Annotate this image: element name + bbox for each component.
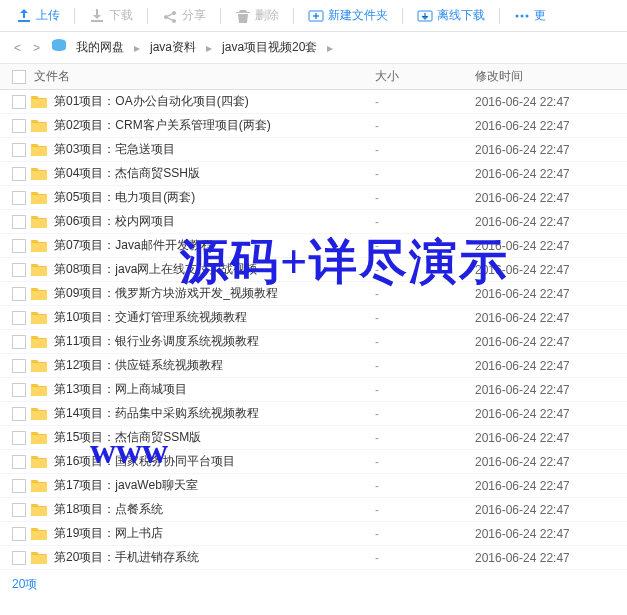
back-button[interactable]: <: [12, 41, 23, 55]
row-checkbox[interactable]: [12, 383, 26, 397]
offline-download-label: 离线下载: [437, 7, 485, 24]
row-checkbox[interactable]: [12, 407, 26, 421]
breadcrumb-root[interactable]: 我的网盘: [76, 39, 124, 56]
file-name[interactable]: 第14项目：药品集中采购系统视频教程: [54, 405, 375, 422]
row-checkbox[interactable]: [12, 119, 26, 133]
status-bar: 20项: [0, 570, 627, 599]
share-button[interactable]: 分享: [154, 5, 214, 26]
delete-button[interactable]: 删除: [227, 5, 287, 26]
file-name[interactable]: 第17项目：javaWeb聊天室: [54, 477, 375, 494]
table-row[interactable]: 第02项目：CRM客户关系管理项目(两套)-2016-06-24 22:47: [0, 114, 627, 138]
table-row[interactable]: 第12项目：供应链系统视频教程-2016-06-24 22:47: [0, 354, 627, 378]
row-checkbox[interactable]: [12, 479, 26, 493]
file-mtime: 2016-06-24 22:47: [475, 431, 615, 445]
breadcrumb-item[interactable]: java项目视频20套: [222, 39, 317, 56]
file-name[interactable]: 第08项目：java网上在线支付实战视频: [54, 261, 375, 278]
row-checkbox[interactable]: [12, 455, 26, 469]
table-row[interactable]: 第05项目：电力项目(两套)-2016-06-24 22:47: [0, 186, 627, 210]
file-name[interactable]: 第15项目：杰信商贸SSM版: [54, 429, 375, 446]
folder-icon: [30, 190, 48, 206]
table-row[interactable]: 第04项目：杰信商贸SSH版-2016-06-24 22:47: [0, 162, 627, 186]
download-button[interactable]: 下载: [81, 5, 141, 26]
offline-download-button[interactable]: 离线下载: [409, 5, 493, 26]
file-name[interactable]: 第18项目：点餐系统: [54, 501, 375, 518]
new-folder-button[interactable]: 新建文件夹: [300, 5, 396, 26]
file-mtime: 2016-06-24 22:47: [475, 479, 615, 493]
file-name[interactable]: 第07项目：Java邮件开发教程: [54, 237, 375, 254]
row-checkbox[interactable]: [12, 143, 26, 157]
table-row[interactable]: 第17项目：javaWeb聊天室-2016-06-24 22:47: [0, 474, 627, 498]
file-name[interactable]: 第05项目：电力项目(两套): [54, 189, 375, 206]
upload-button[interactable]: 上传: [8, 5, 68, 26]
table-row[interactable]: 第07项目：Java邮件开发教程-2016-06-24 22:47: [0, 234, 627, 258]
svg-point-4: [526, 14, 529, 17]
table-row[interactable]: 第09项目：俄罗斯方块游戏开发_视频教程-2016-06-24 22:47: [0, 282, 627, 306]
file-size: -: [375, 143, 475, 157]
table-row[interactable]: 第03项目：宅急送项目-2016-06-24 22:47: [0, 138, 627, 162]
file-name[interactable]: 第10项目：交通灯管理系统视频教程: [54, 309, 375, 326]
file-size: -: [375, 479, 475, 493]
row-checkbox[interactable]: [12, 335, 26, 349]
new-folder-label: 新建文件夹: [328, 7, 388, 24]
table-row[interactable]: 第16项目：国家税务协同平台项目-2016-06-24 22:47: [0, 450, 627, 474]
row-checkbox[interactable]: [12, 527, 26, 541]
row-checkbox[interactable]: [12, 167, 26, 181]
table-row[interactable]: 第15项目：杰信商贸SSM版-2016-06-24 22:47: [0, 426, 627, 450]
file-mtime: 2016-06-24 22:47: [475, 263, 615, 277]
file-size: -: [375, 335, 475, 349]
row-checkbox[interactable]: [12, 215, 26, 229]
row-checkbox[interactable]: [12, 551, 26, 565]
more-button[interactable]: 更: [506, 5, 554, 26]
header-mtime[interactable]: 修改时间: [475, 68, 615, 85]
file-mtime: 2016-06-24 22:47: [475, 527, 615, 541]
disk-icon: [50, 37, 68, 58]
select-all-checkbox[interactable]: [12, 70, 26, 84]
header-name[interactable]: 文件名: [30, 68, 375, 85]
file-name[interactable]: 第11项目：银行业务调度系统视频教程: [54, 333, 375, 350]
table-row[interactable]: 第06项目：校内网项目-2016-06-24 22:47: [0, 210, 627, 234]
table-row[interactable]: 第01项目：OA办公自动化项目(四套)-2016-06-24 22:47: [0, 90, 627, 114]
file-mtime: 2016-06-24 22:47: [475, 311, 615, 325]
table-row[interactable]: 第14项目：药品集中采购系统视频教程-2016-06-24 22:47: [0, 402, 627, 426]
row-checkbox[interactable]: [12, 503, 26, 517]
table-row[interactable]: 第19项目：网上书店-2016-06-24 22:47: [0, 522, 627, 546]
row-checkbox[interactable]: [12, 191, 26, 205]
file-name[interactable]: 第16项目：国家税务协同平台项目: [54, 453, 375, 470]
table-row[interactable]: 第18项目：点餐系统-2016-06-24 22:47: [0, 498, 627, 522]
row-checkbox[interactable]: [12, 431, 26, 445]
file-mtime: 2016-06-24 22:47: [475, 215, 615, 229]
file-name[interactable]: 第01项目：OA办公自动化项目(四套): [54, 93, 375, 110]
row-checkbox[interactable]: [12, 239, 26, 253]
table-row[interactable]: 第13项目：网上商城项目-2016-06-24 22:47: [0, 378, 627, 402]
folder-icon: [30, 406, 48, 422]
separator: [499, 8, 500, 24]
share-icon: [162, 8, 178, 24]
toolbar: 上传 下载 分享 删除 新建文件夹 离线下载: [0, 0, 627, 32]
folder-icon: [30, 214, 48, 230]
forward-button[interactable]: >: [31, 41, 42, 55]
row-checkbox[interactable]: [12, 95, 26, 109]
row-checkbox[interactable]: [12, 359, 26, 373]
file-name[interactable]: 第19项目：网上书店: [54, 525, 375, 542]
file-name[interactable]: 第12项目：供应链系统视频教程: [54, 357, 375, 374]
file-name[interactable]: 第04项目：杰信商贸SSH版: [54, 165, 375, 182]
row-checkbox[interactable]: [12, 311, 26, 325]
file-name[interactable]: 第02项目：CRM客户关系管理项目(两套): [54, 117, 375, 134]
row-checkbox[interactable]: [12, 263, 26, 277]
header-size[interactable]: 大小: [375, 68, 475, 85]
table-row[interactable]: 第20项目：手机进销存系统-2016-06-24 22:47: [0, 546, 627, 570]
svg-point-2: [516, 14, 519, 17]
file-name[interactable]: 第13项目：网上商城项目: [54, 381, 375, 398]
folder-icon: [30, 334, 48, 350]
file-name[interactable]: 第06项目：校内网项目: [54, 213, 375, 230]
file-name[interactable]: 第09项目：俄罗斯方块游戏开发_视频教程: [54, 285, 375, 302]
breadcrumb-item[interactable]: java资料: [150, 39, 196, 56]
table-row[interactable]: 第08项目：java网上在线支付实战视频-2016-06-24 22:47: [0, 258, 627, 282]
file-size: -: [375, 431, 475, 445]
delete-label: 删除: [255, 7, 279, 24]
table-row[interactable]: 第10项目：交通灯管理系统视频教程-2016-06-24 22:47: [0, 306, 627, 330]
row-checkbox[interactable]: [12, 287, 26, 301]
file-name[interactable]: 第20项目：手机进销存系统: [54, 549, 375, 566]
file-name[interactable]: 第03项目：宅急送项目: [54, 141, 375, 158]
table-row[interactable]: 第11项目：银行业务调度系统视频教程-2016-06-24 22:47: [0, 330, 627, 354]
